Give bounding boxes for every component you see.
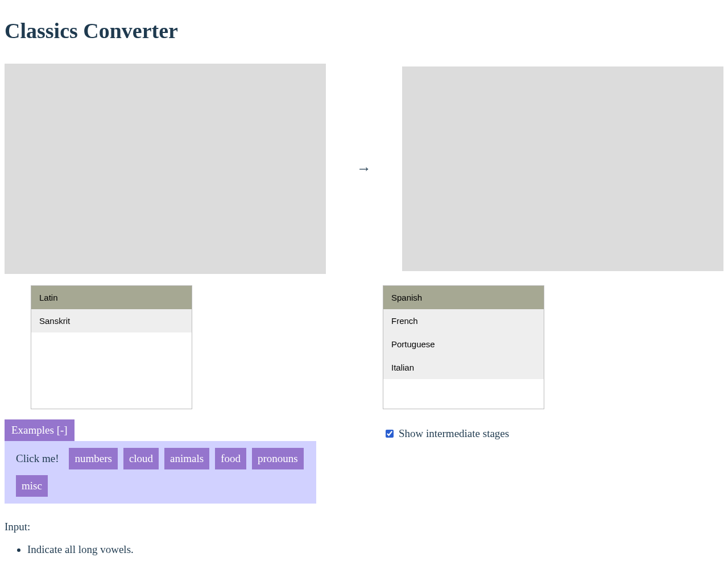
example-button-animals[interactable]: animals bbox=[164, 448, 209, 469]
input-note-item: Indicate all long vowels. bbox=[27, 543, 383, 556]
language-row: LatinSanskrit SpanishFrenchPortugueseIta… bbox=[5, 285, 723, 409]
input-heading: Input: bbox=[5, 521, 383, 533]
output-panel bbox=[402, 66, 723, 271]
target-lang-option[interactable]: Portuguese bbox=[383, 332, 544, 356]
click-me-label: Click me! bbox=[16, 452, 59, 465]
page-title: Classics Converter bbox=[5, 18, 723, 43]
example-button-misc[interactable]: misc bbox=[16, 475, 48, 497]
conversion-row: → bbox=[5, 64, 723, 274]
example-button-pronouns[interactable]: pronouns bbox=[252, 448, 304, 469]
show-intermediate-label: Show intermediate stages bbox=[399, 427, 509, 440]
example-button-food[interactable]: food bbox=[215, 448, 246, 469]
input-panel[interactable] bbox=[5, 64, 326, 274]
target-lang-option[interactable]: French bbox=[383, 309, 544, 332]
arrow-icon: → bbox=[326, 160, 402, 177]
example-button-cloud[interactable]: cloud bbox=[123, 448, 159, 469]
example-button-numbers[interactable]: numbers bbox=[69, 448, 117, 469]
show-intermediate-checkbox[interactable] bbox=[386, 430, 394, 438]
target-language-select[interactable]: SpanishFrenchPortugueseItalian bbox=[383, 285, 544, 409]
examples-toggle-button[interactable]: Examples [-] bbox=[5, 419, 75, 441]
target-lang-option[interactable]: Italian bbox=[383, 356, 544, 379]
examples-panel: Click me! numberscloudanimalsfoodpronoun… bbox=[5, 441, 316, 504]
target-lang-option[interactable]: Spanish bbox=[383, 286, 544, 309]
source-lang-option[interactable]: Latin bbox=[31, 286, 192, 309]
source-lang-option[interactable]: Sanskrit bbox=[31, 309, 192, 332]
source-language-select[interactable]: LatinSanskrit bbox=[31, 285, 192, 409]
input-notes-list: Indicate all long vowels. bbox=[5, 543, 383, 556]
